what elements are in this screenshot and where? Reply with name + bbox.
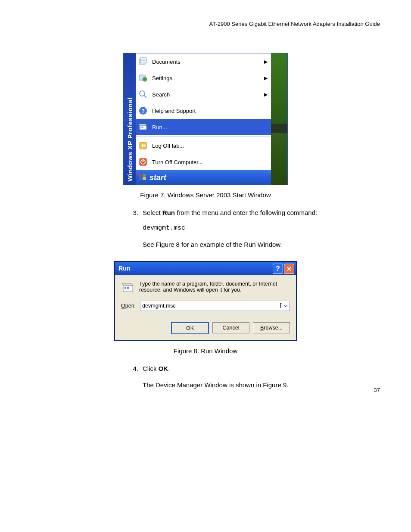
step-bold: Run xyxy=(162,209,175,216)
menu-label: Settings xyxy=(152,75,261,81)
start-button-bar[interactable]: start xyxy=(136,170,271,185)
start-menu-list: Documents ▶ Settings ▶ xyxy=(136,53,271,170)
menu-item-search[interactable]: Search ▶ xyxy=(136,86,271,103)
svg-rect-11 xyxy=(140,127,142,128)
step-text: Click xyxy=(143,365,159,372)
svg-line-7 xyxy=(144,95,146,98)
figure-7-caption: Figure 7. Windows Server 2003 Start Wind… xyxy=(31,191,380,199)
menu-label: Help and Support xyxy=(152,108,268,114)
submenu-arrow-icon: ▶ xyxy=(264,59,268,65)
figure-7: Windows XP Professional Documents ▶ xyxy=(31,53,380,185)
browse-button[interactable]: Browse... xyxy=(253,322,290,333)
sideband-text: Windows XP Professional xyxy=(126,97,134,181)
menu-item-settings[interactable]: Settings ▶ xyxy=(136,70,271,86)
see-figure-8: See Figure 8 for an example of the Run W… xyxy=(143,240,380,249)
figure-8: Run ? Type the name of a program, folder… xyxy=(31,261,380,341)
svg-rect-18 xyxy=(125,287,126,289)
run-dialog-title: Run xyxy=(118,265,130,272)
menu-item-documents[interactable]: Documents ▶ xyxy=(136,53,271,70)
run-dialog-titlebar: Run ? xyxy=(115,262,296,275)
menu-label: Log Off lab... xyxy=(152,143,268,149)
run-icon xyxy=(121,281,135,295)
step-bold: OK xyxy=(159,365,168,372)
chevron-down-icon[interactable] xyxy=(282,301,290,311)
svg-rect-12 xyxy=(142,127,143,128)
step-text: from the menu and enter the following co… xyxy=(175,209,317,216)
page-header: AT-2900 Series Gigabit Ethernet Network … xyxy=(31,21,380,27)
step-number: 4. xyxy=(128,364,138,373)
menu-separator xyxy=(136,136,271,137)
run-description: Type the name of a program, folder, docu… xyxy=(139,281,290,293)
menu-label: Documents xyxy=(152,59,261,65)
step-3: 3. Select Run from the menu and enter th… xyxy=(128,208,380,218)
logoff-icon xyxy=(137,140,149,151)
run-dialog: Run ? Type the name of a program, folder… xyxy=(114,261,297,341)
settings-icon xyxy=(137,72,149,84)
svg-rect-19 xyxy=(127,287,129,289)
menu-label: Turn Off Computer... xyxy=(152,159,268,165)
step-text: . xyxy=(168,365,170,372)
figure-8-caption: Figure 8. Run Window xyxy=(31,347,380,355)
open-label: Open: xyxy=(121,303,136,309)
help-icon: ? xyxy=(137,105,149,116)
titlebar-close-button[interactable] xyxy=(284,264,294,274)
step-number: 3. xyxy=(128,208,138,218)
windows-logo-icon xyxy=(138,173,147,182)
titlebar-help-button[interactable]: ? xyxy=(273,264,283,274)
submenu-arrow-icon: ▶ xyxy=(264,75,268,81)
submenu-arrow-icon: ▶ xyxy=(264,92,268,97)
menu-item-turnoff[interactable]: Turn Off Computer... xyxy=(136,154,271,170)
svg-text:?: ? xyxy=(141,108,145,114)
start-menu-sideband: Windows XP Professional xyxy=(124,53,136,185)
cancel-button[interactable]: Cancel xyxy=(212,322,249,333)
documents-icon xyxy=(137,56,149,67)
device-manager-note: The Device Manager Window is shown in Fi… xyxy=(143,380,380,390)
menu-item-help[interactable]: ? Help and Support xyxy=(136,103,271,119)
step-text: Select xyxy=(143,209,162,216)
step-4: 4. Click OK. xyxy=(128,364,380,373)
command-text: devmgmt.msc xyxy=(143,224,380,233)
start-menu: Windows XP Professional Documents ▶ xyxy=(123,53,288,185)
search-icon xyxy=(137,89,149,100)
menu-label: Search xyxy=(152,91,261,98)
menu-label: Run... xyxy=(152,124,268,131)
turnoff-icon xyxy=(137,156,149,168)
run-icon xyxy=(137,121,149,133)
combobox-value: devmgmt.msc xyxy=(140,303,254,309)
page-number: 37 xyxy=(374,387,380,393)
desktop-sliver xyxy=(271,53,287,185)
start-button-label: start xyxy=(149,173,166,182)
menu-item-logoff[interactable]: Log Off lab... xyxy=(136,137,271,154)
ok-button[interactable]: OK xyxy=(171,322,209,334)
open-combobox[interactable]: devmgmt.msc I xyxy=(140,301,290,311)
menu-item-run[interactable]: Run... xyxy=(136,119,271,135)
